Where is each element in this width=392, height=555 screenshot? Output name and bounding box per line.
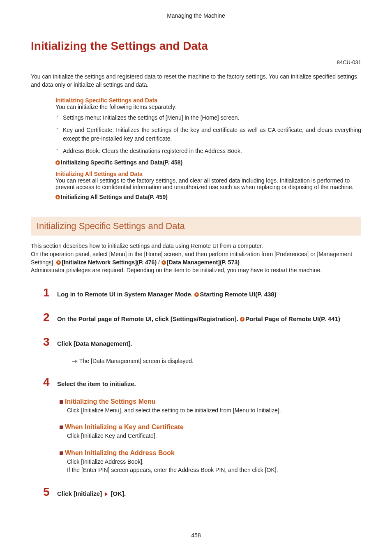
sub-option-body: If the [Enter PIN] screen appears, enter…: [67, 466, 361, 474]
square-bullet-icon: [60, 451, 63, 455]
body-text: This section describes how to initialize…: [31, 243, 263, 249]
step-result-text: The [Data Management] screen is displaye…: [79, 358, 194, 364]
cross-reference-link[interactable]: [Data Management](P. 573): [167, 259, 240, 266]
link-icon: [55, 160, 60, 165]
list-item: Address Book: Clears the destinations re…: [55, 147, 361, 155]
step-title-text: [OK].: [109, 490, 126, 497]
body-text: You can initialize the following items s…: [55, 104, 361, 110]
step-number: 4: [43, 376, 57, 389]
triangle-right-icon: [105, 492, 108, 496]
sub-option: When Initializing the Address Book Click…: [60, 449, 361, 474]
step-number: 2: [43, 311, 57, 324]
square-bullet-icon: [60, 426, 63, 429]
step-title-text: Log in to Remote UI in System Manager Mo…: [57, 291, 194, 298]
bullet-list: Settings menu: Initializes the settings …: [55, 113, 361, 155]
page-title: Initializing the Settings and Data: [31, 39, 361, 54]
subsection-heading: Initializing Specific Settings and Data: [55, 97, 361, 104]
step-1: 1 Log in to Remote UI in System Manager …: [43, 286, 361, 299]
cross-reference-link[interactable]: Initializing Specific Settings and Data(…: [61, 159, 182, 166]
sub-option: Initializing the Settings Menu Click [In…: [60, 398, 361, 415]
cross-reference-link[interactable]: Initializing All Settings and Data(P. 45…: [61, 194, 168, 200]
link-icon: [240, 317, 244, 321]
link-icon: [56, 260, 61, 265]
list-item: Settings menu: Initializes the settings …: [55, 113, 361, 122]
section-heading: Initializing Specific Settings and Data: [31, 217, 361, 236]
link-icon: [161, 260, 166, 265]
cross-reference-link[interactable]: [Initialize Network Settings](P. 476): [62, 259, 157, 266]
step-title-text: On the Portal page of Remote UI, click […: [57, 315, 240, 322]
intro-paragraph: You can initialize the settings and regi…: [31, 73, 361, 89]
step-5: 5 Click [Initialize] [OK].: [43, 486, 361, 499]
body-text: You can reset all settings to the factor…: [55, 177, 361, 190]
square-bullet-icon: [60, 400, 63, 404]
sub-option-heading: Initializing the Settings Menu: [65, 398, 155, 405]
step-title-text: Click [Initialize]: [57, 490, 104, 497]
sub-option-body: Click [Initialize Key and Certificate].: [67, 432, 361, 440]
result-arrow-icon: [72, 359, 78, 363]
sub-option: When Initializing a Key and Certificate …: [60, 423, 361, 440]
link-icon: [194, 292, 199, 297]
cross-reference-link[interactable]: Starting Remote UI(P. 438): [200, 291, 276, 298]
step-number: 5: [43, 486, 57, 499]
page-number: 458: [0, 532, 392, 539]
sub-option-body: Click [Initialize Menu], and select the …: [67, 407, 361, 415]
document-id: 84CU-031: [31, 59, 361, 65]
step-number: 1: [43, 286, 57, 299]
sub-option-heading: When Initializing the Address Book: [65, 449, 175, 456]
step-3: 3 Click [Data Management]. The [Data Man…: [43, 335, 361, 364]
list-item: Key and Certificate: Initializes the set…: [55, 126, 361, 143]
chapter-header: Managing the Machine: [31, 12, 361, 19]
section-body: This section describes how to initialize…: [31, 242, 361, 274]
step-title: On the Portal page of Remote UI, click […: [57, 314, 340, 324]
separator: /: [157, 259, 161, 266]
cross-reference-link[interactable]: Portal Page of Remote UI(P. 441): [245, 315, 340, 322]
step-number: 3: [43, 335, 57, 349]
subsection-heading: Initializing All Settings and Data: [55, 171, 361, 177]
sub-option-body: Click [Initialize Address Book].: [67, 458, 361, 466]
body-text: Administrator privileges are required. D…: [31, 267, 322, 273]
step-4: 4 Select the item to initialize. Initial…: [43, 376, 361, 474]
step-title: Click [Data Management].: [57, 339, 132, 348]
step-title: Click [Initialize] [OK].: [57, 489, 126, 498]
step-2: 2 On the Portal page of Remote UI, click…: [43, 311, 361, 324]
step-title: Log in to Remote UI in System Manager Mo…: [57, 290, 277, 299]
sub-option-heading: When Initializing a Key and Certificate: [65, 423, 184, 430]
link-icon: [55, 195, 60, 199]
step-title: Select the item to initialize.: [57, 379, 136, 388]
